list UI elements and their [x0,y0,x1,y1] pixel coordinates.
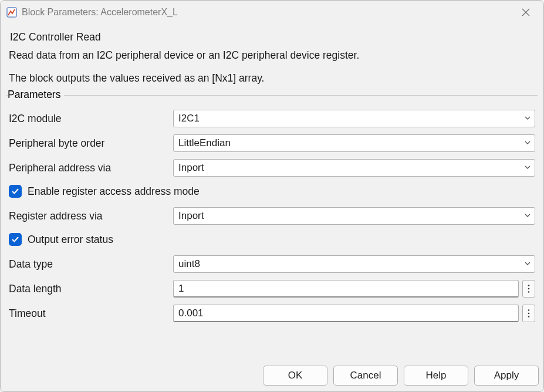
content-area: I2C Controller Read Read data from an I2… [1,24,543,361]
apply-button[interactable]: Apply [474,366,539,386]
dropdown-register-address-via-value: Inport [178,210,204,222]
check-icon [11,187,19,195]
description-line-1: Read data from an I2C peripheral device … [9,49,535,62]
button-bar: OK Cancel Help Apply [1,361,543,391]
description-line-2: The block outputs the values received as… [9,72,535,85]
row-i2c-module: I2C module I2C1 [9,110,535,127]
label-enable-register-access: Enable register access address mode [28,185,200,198]
label-i2c-module: I2C module [9,113,173,125]
input-data-length[interactable] [173,280,519,298]
more-button-data-length[interactable] [522,280,535,298]
label-register-address-via: Register address via [9,210,173,222]
svg-point-7 [528,313,530,315]
row-enable-register-access: Enable register access address mode [9,184,535,199]
dialog-window: Block Parameters: AccelerometerX_L I2C C… [0,0,544,392]
close-button[interactable] [514,1,538,24]
dropdown-register-address-via[interactable]: Inport [173,207,535,225]
vertical-dots-icon [528,309,530,318]
chevron-down-icon [524,138,531,148]
description-block: I2C Controller Read Read data from an I2… [6,28,538,95]
cancel-button[interactable]: Cancel [333,366,398,386]
checkbox-output-error-status[interactable] [9,233,22,246]
more-button-timeout[interactable] [522,305,535,322]
label-timeout: Timeout [9,307,173,320]
label-output-error-status: Output error status [28,234,113,246]
dropdown-data-type-value: uint8 [178,258,200,270]
parameters-fieldset: Parameters I2C module I2C1 Peripheral by… [6,95,538,356]
dropdown-peripheral-byte-order-value: LittleEndian [178,137,231,149]
titlebar: Block Parameters: AccelerometerX_L [1,1,543,24]
row-register-address-via: Register address via Inport [9,207,535,225]
chevron-down-icon [524,259,531,269]
svg-point-3 [528,285,530,286]
checkbox-enable-register-access[interactable] [9,185,22,198]
svg-point-8 [528,316,530,317]
svg-point-4 [528,288,530,290]
chevron-down-icon [524,113,531,124]
check-icon [11,235,19,244]
chevron-down-icon [524,211,531,221]
dropdown-peripheral-address-via[interactable]: Inport [173,159,535,177]
row-peripheral-address-via: Peripheral address via Inport [9,159,535,177]
svg-point-6 [528,309,530,311]
row-peripheral-byte-order: Peripheral byte order LittleEndian [9,134,535,152]
help-button[interactable]: Help [404,366,468,386]
dropdown-data-type[interactable]: uint8 [173,255,535,273]
dropdown-i2c-module[interactable]: I2C1 [173,110,535,127]
app-icon [6,7,17,18]
ok-button[interactable]: OK [263,366,327,386]
label-data-length: Data length [9,283,173,295]
dropdown-peripheral-address-via-value: Inport [178,162,204,174]
svg-point-5 [528,291,530,293]
row-data-length: Data length [9,280,535,298]
label-data-type: Data type [9,258,173,271]
vertical-dots-icon [528,284,530,293]
block-heading: I2C Controller Read [9,31,535,43]
label-peripheral-address-via: Peripheral address via [9,162,173,174]
input-timeout[interactable] [173,305,519,322]
row-timeout: Timeout [9,305,535,322]
dropdown-peripheral-byte-order[interactable]: LittleEndian [173,134,535,152]
chevron-down-icon [524,163,531,173]
parameters-legend: Parameters [8,89,64,101]
dropdown-i2c-module-value: I2C1 [178,113,200,124]
row-output-error-status: Output error status [9,232,535,247]
row-data-type: Data type uint8 [9,255,535,273]
close-icon [521,8,531,17]
label-peripheral-byte-order: Peripheral byte order [9,137,173,150]
window-title: Block Parameters: AccelerometerX_L [22,7,514,18]
